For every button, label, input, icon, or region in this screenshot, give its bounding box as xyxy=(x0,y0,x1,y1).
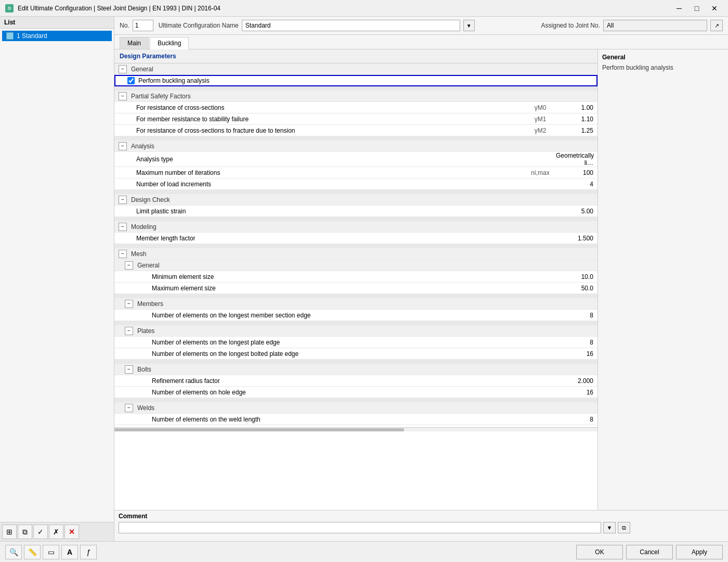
no-input[interactable] xyxy=(133,20,153,31)
close-button[interactable]: ✕ xyxy=(706,3,723,14)
apply-button[interactable]: Apply xyxy=(676,545,723,559)
config-name-dropdown[interactable]: ▼ xyxy=(463,20,475,31)
elements-bolted-value: 16 xyxy=(556,350,597,357)
perform-buckling-checkbox[interactable] xyxy=(127,77,135,84)
general-label: General xyxy=(129,65,597,74)
assigned-picker-button[interactable]: ↗ xyxy=(710,20,723,31)
section-mesh-general: − General xyxy=(114,260,597,271)
row-max-iterations[interactable]: Maximum number of iterations ni,max 100 xyxy=(114,167,597,178)
info-text: Perform buckling analysis xyxy=(602,64,724,71)
name-group: Ultimate Configuration Name ▼ xyxy=(159,20,475,31)
expand-mesh-general[interactable]: − xyxy=(125,261,133,270)
section-design-check: − Design Check xyxy=(114,194,597,206)
row-min-element[interactable]: Minimum element size 10.0 xyxy=(114,271,597,283)
max-element-label: Maximum element size xyxy=(133,284,525,293)
divider4 xyxy=(114,217,597,221)
expand-mesh[interactable]: − xyxy=(119,250,127,258)
picker-icon: ↗ xyxy=(714,22,719,29)
section-plates: − Plates xyxy=(114,325,597,337)
list-item-label: 1 Standard xyxy=(17,32,47,40)
row-member-stability[interactable]: For member resistance to stability failu… xyxy=(114,113,597,125)
max-iterations-symbol: ni,max xyxy=(525,169,556,176)
expand-partial-safety[interactable]: − xyxy=(119,92,127,100)
expand-general[interactable]: − xyxy=(119,65,127,73)
row-resistance-cross[interactable]: For resistance of cross-sections γM0 1.0… xyxy=(114,102,597,113)
expand-modeling[interactable]: − xyxy=(119,223,127,231)
refinement-radius-value: 2.000 xyxy=(556,377,597,385)
split-content: Design Parameters − General Perform buck… xyxy=(114,49,728,510)
resistance-fracture-label: For resistance of cross-sections to frac… xyxy=(126,126,525,135)
copy-config-button[interactable]: ⧉ xyxy=(18,525,32,539)
elements-weld-label: Number of elements on the weld length xyxy=(133,415,525,424)
section-members: − Members xyxy=(114,298,597,310)
search-tool-icon: 🔍 xyxy=(9,548,18,556)
measure-tool-button[interactable]: 📏 xyxy=(24,545,41,559)
comment-copy-button[interactable]: ⧉ xyxy=(618,522,630,533)
row-analysis-type[interactable]: Analysis type Geometrically li… xyxy=(114,152,597,167)
delete-config-button[interactable]: ✕ xyxy=(64,525,79,539)
row-elements-plate[interactable]: Number of elements on the longest plate … xyxy=(114,337,597,348)
row-elements-weld[interactable]: Number of elements on the weld length 8 xyxy=(114,414,597,425)
min-element-label: Minimum element size xyxy=(133,272,525,282)
divider7 xyxy=(114,321,597,325)
titlebar: ⚙ Edit Ultimate Configuration | Steel Jo… xyxy=(0,0,728,17)
expand-analysis[interactable]: − xyxy=(119,142,127,150)
section-partial-safety: − Partial Safety Factors xyxy=(114,91,597,102)
list-item[interactable]: 1 Standard xyxy=(2,31,112,41)
expand-members[interactable]: − xyxy=(125,300,133,308)
row-load-increments[interactable]: Number of load increments 4 xyxy=(114,178,597,190)
divider2 xyxy=(114,136,597,140)
select-tool-button[interactable]: ▭ xyxy=(43,545,59,559)
row-max-element[interactable]: Maximum element size 50.0 xyxy=(114,283,597,294)
maximize-button[interactable]: □ xyxy=(688,3,705,14)
add-config-button[interactable]: ⊞ xyxy=(2,525,17,539)
row-resistance-fracture[interactable]: For resistance of cross-sections to frac… xyxy=(114,125,597,136)
welds-label: Welds xyxy=(135,403,597,413)
info-panel: General Perform buckling analysis xyxy=(598,49,728,510)
row-elements-member[interactable]: Number of elements on the longest member… xyxy=(114,310,597,321)
expand-welds[interactable]: − xyxy=(125,404,133,412)
row-refinement-radius[interactable]: Refinement radius factor 2.000 xyxy=(114,375,597,387)
search-tool-button[interactable]: 🔍 xyxy=(5,545,22,559)
section-analysis: − Analysis xyxy=(114,140,597,152)
perform-buckling-label: Perform buckling analysis xyxy=(136,76,525,85)
comment-input[interactable] xyxy=(119,522,601,533)
bolts-label: Bolts xyxy=(135,365,597,374)
row-perform-buckling[interactable]: Perform buckling analysis xyxy=(114,75,597,86)
row-limit-plastic[interactable]: Limit plastic strain 5.00 xyxy=(114,206,597,217)
elements-plate-label: Number of elements on the longest plate … xyxy=(133,338,525,347)
expand-plates[interactable]: − xyxy=(125,327,133,335)
comment-input-row: ▼ ⧉ xyxy=(119,522,630,533)
uncheck-button[interactable]: ✗ xyxy=(49,525,63,539)
copy-icon: ⧉ xyxy=(22,528,28,537)
check-icon: ✓ xyxy=(37,528,44,536)
row-elements-bolted[interactable]: Number of elements on the longest bolted… xyxy=(114,348,597,360)
member-length-label: Member length factor xyxy=(126,234,525,243)
ok-button[interactable]: OK xyxy=(576,545,623,559)
section-general: − General xyxy=(114,63,597,75)
name-label: Ultimate Configuration Name xyxy=(159,22,239,29)
tab-buckling[interactable]: Buckling xyxy=(150,37,189,49)
elements-member-label: Number of elements on the longest member… xyxy=(133,311,525,320)
config-name-input[interactable] xyxy=(242,20,460,31)
section-modeling: − Modeling xyxy=(114,221,597,233)
text-tool-button[interactable]: A xyxy=(61,545,78,559)
formula-tool-button[interactable]: ƒ xyxy=(80,545,97,559)
comment-dropdown[interactable]: ▼ xyxy=(603,522,616,533)
minimize-button[interactable]: ─ xyxy=(671,3,687,14)
tab-main[interactable]: Main xyxy=(120,37,149,49)
delete-icon: ✕ xyxy=(69,528,75,536)
divider8 xyxy=(114,360,597,364)
elements-bolted-label: Number of elements on the longest bolted… xyxy=(133,349,525,359)
top-form: No. Ultimate Configuration Name ▼ Assign… xyxy=(114,17,728,35)
row-member-length[interactable]: Member length factor 1.500 xyxy=(114,233,597,244)
row-elements-hole[interactable]: Number of elements on hole edge 16 xyxy=(114,387,597,398)
expand-bolts[interactable]: − xyxy=(125,365,133,374)
cancel-button[interactable]: Cancel xyxy=(626,545,673,559)
expand-design-check[interactable]: − xyxy=(119,196,127,204)
assigned-input[interactable] xyxy=(603,20,707,31)
resistance-cross-value: 1.00 xyxy=(556,104,597,111)
check-button[interactable]: ✓ xyxy=(33,525,48,539)
select-tool-icon: ▭ xyxy=(48,548,55,556)
horizontal-scrollbar[interactable] xyxy=(114,427,597,431)
